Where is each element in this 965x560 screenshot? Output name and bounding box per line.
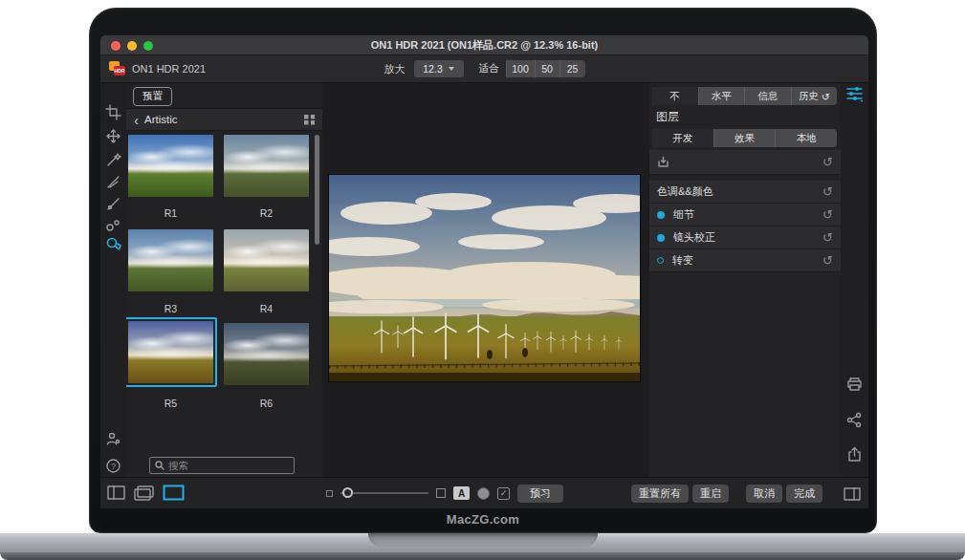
layers-label: 图层 — [656, 109, 679, 125]
laptop-notch — [368, 533, 598, 547]
masking-brush-tool-icon[interactable] — [105, 174, 121, 190]
history-undo-icon: ↺ — [822, 91, 830, 102]
tab-info[interactable]: 信息 — [745, 87, 792, 105]
top-toolbar: HDR ON1 HDR 2021 放大 12.3 适合 100 50 25 — [100, 55, 868, 83]
presets-scrollbar[interactable] — [315, 135, 319, 245]
panel-toggle-icon[interactable] — [844, 487, 861, 501]
disabled-dot-icon[interactable] — [657, 257, 664, 264]
search-box[interactable] — [149, 457, 295, 474]
undo-icon[interactable]: ↺ — [822, 231, 833, 244]
preset-thumb[interactable] — [224, 135, 309, 197]
left-tool-rail: ? — [100, 83, 126, 477]
print-icon[interactable] — [846, 377, 863, 393]
preset-label: R3 — [128, 303, 213, 314]
export-icon[interactable] — [846, 446, 863, 463]
presets-button[interactable]: 预置 — [133, 87, 172, 106]
crop-tool-icon[interactable] — [105, 104, 121, 120]
thumb-size-small-icon — [326, 490, 333, 497]
window-titlebar[interactable]: ON1 HDR 2021 (ON1样品.CR2 @ 12.3% 16-bit) — [100, 35, 868, 55]
app-name: ON1 HDR 2021 — [132, 63, 206, 75]
close-window-button[interactable] — [111, 41, 121, 51]
slider-knob[interactable] — [342, 487, 353, 498]
undo-icon[interactable]: ↺ — [822, 156, 833, 168]
help-icon[interactable]: ? — [105, 458, 121, 474]
canvas-area[interactable] — [322, 83, 649, 477]
laptop-bezel: ON1 HDR 2021 (ON1样品.CR2 @ 12.3% 16-bit) … — [89, 8, 877, 533]
tab-develop[interactable]: 开发 — [652, 129, 714, 147]
window-title: ON1 HDR 2021 (ON1样品.CR2 @ 12.3% 16-bit) — [371, 39, 599, 51]
zoom-50-button[interactable]: 50 — [536, 60, 560, 77]
section-tone-color[interactable]: 色调&&颜色 ↺ — [649, 181, 841, 204]
section-transform[interactable]: 转变 ↺ — [649, 249, 841, 272]
enabled-dot-icon[interactable] — [657, 234, 665, 242]
preset-thumb[interactable] — [128, 229, 213, 291]
preview-button[interactable]: 预习 — [517, 485, 563, 503]
browse-split-view-icon[interactable] — [107, 485, 125, 500]
preset-label: R5 — [128, 398, 213, 409]
preset-thumb[interactable] — [128, 135, 213, 197]
zoom-level-value: 12.3 — [423, 63, 442, 75]
zoom-label: 放大 — [384, 62, 406, 76]
zoom-25-button[interactable]: 25 — [560, 60, 585, 77]
svg-text:?: ? — [111, 462, 116, 471]
undo-icon[interactable]: ↺ — [822, 208, 833, 221]
screen: ON1 HDR 2021 (ON1样品.CR2 @ 12.3% 16-bit) … — [100, 35, 868, 508]
tab-effects[interactable]: 效果 — [714, 129, 777, 147]
laptop-mockup: ON1 HDR 2021 (ON1样品.CR2 @ 12.3% 16-bit) … — [0, 0, 965, 560]
preset-label: R1 — [128, 207, 213, 219]
chevron-down-icon — [449, 67, 454, 71]
preset-thumb[interactable] — [224, 323, 309, 385]
grid-view-icon[interactable] — [304, 115, 315, 125]
fit-segment-control: 适合 100 50 25 — [472, 60, 585, 77]
preset-thumb[interactable] — [224, 229, 309, 291]
search-icon — [155, 461, 164, 470]
bottom-bar: A ✓ 预习 重置所有 重启 取消 完成 — [100, 477, 868, 508]
hdr-badge: HDR — [114, 66, 125, 75]
tab-local[interactable]: 本地 — [776, 129, 837, 147]
minimize-window-button[interactable] — [127, 41, 137, 51]
undo-icon[interactable]: ↺ — [822, 185, 833, 198]
adjustments-sliders-icon[interactable] — [846, 85, 863, 101]
reset-all-button[interactable]: 重置所有 — [631, 485, 689, 503]
done-button[interactable]: 完成 — [786, 485, 822, 503]
account-icon[interactable] — [105, 431, 121, 447]
presets-panel: 预置 ‹ Artistic R1 R2 R3 — [126, 83, 322, 477]
compare-view-icon[interactable] — [134, 485, 154, 501]
zoom-pan-tool-icon[interactable] — [105, 236, 121, 252]
zoom-window-button[interactable] — [143, 41, 153, 51]
cancel-button[interactable]: 取消 — [746, 485, 782, 503]
zoom-100-button[interactable]: 100 — [507, 60, 536, 77]
zoom-level-dropdown[interactable]: 12.3 — [414, 60, 464, 77]
adjustment-brush-tool-icon[interactable] — [105, 152, 121, 168]
preset-category-header[interactable]: ‹ Artistic — [126, 108, 322, 131]
enabled-dot-icon[interactable] — [657, 211, 665, 219]
auto-button[interactable]: A — [453, 486, 470, 500]
share-icon[interactable] — [846, 412, 863, 428]
right-panel: 不 水平 信息 历史 ↺ 图层 开发 效果 本地 — [649, 83, 841, 477]
soft-proof-icon[interactable] — [477, 487, 490, 500]
restart-button[interactable]: 重启 — [692, 485, 729, 503]
masking-bug-tool-icon[interactable] — [105, 196, 121, 212]
laptop-base-front — [0, 552, 965, 560]
tab-history[interactable]: 历史 ↺ — [792, 87, 838, 105]
move-tool-icon[interactable] — [105, 128, 121, 144]
fit-button[interactable]: 适合 — [472, 60, 507, 77]
tab-none[interactable]: 不 — [652, 87, 699, 105]
back-chevron-icon[interactable]: ‹ — [134, 113, 139, 127]
tone-tray-row[interactable]: ↺ — [649, 150, 841, 175]
preset-label: R4 — [224, 303, 309, 314]
preset-label: R6 — [224, 398, 309, 409]
mask-view-checkbox[interactable]: ✓ — [497, 487, 510, 500]
undo-icon[interactable]: ↺ — [822, 254, 833, 267]
retouch-tool-icon[interactable] — [105, 218, 121, 234]
tab-levels[interactable]: 水平 — [699, 87, 746, 105]
on1-logo-icon: HDR — [109, 61, 125, 75]
thumbnail-size-slider[interactable] — [340, 484, 428, 503]
preset-thumb-selected[interactable] — [126, 317, 217, 387]
search-input[interactable] — [168, 460, 283, 471]
main-area: ? 预置 ‹ Artistic R1 — [100, 83, 868, 477]
bezel-brand: MacZG.com — [90, 512, 876, 527]
section-detail[interactable]: 细节 ↺ — [649, 204, 841, 226]
section-lens-correction[interactable]: 镜头校正 ↺ — [649, 226, 841, 249]
single-view-icon[interactable] — [163, 485, 185, 501]
